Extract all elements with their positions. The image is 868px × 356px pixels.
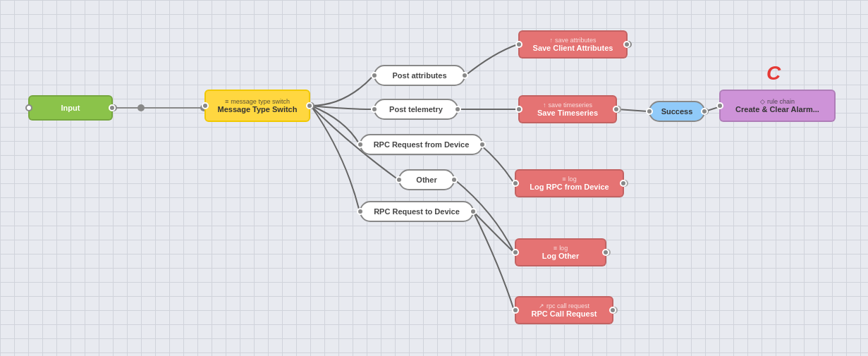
label-c: C: [766, 62, 781, 85]
sca-type: ↑ save attributes: [549, 37, 596, 44]
rpc-request-from-node[interactable]: RPC Request from Device: [360, 134, 483, 155]
mts-port-right: [306, 102, 313, 109]
st-label: Save Timeseries: [537, 109, 598, 117]
message-type-switch-node[interactable]: ≡ message type switch Message Type Switc…: [204, 90, 310, 122]
st-type: ↑ save timeseries: [543, 102, 592, 109]
pt-port-right: [454, 106, 461, 113]
svg-point-1: [137, 104, 145, 111]
lo-type: ≡ log: [554, 245, 568, 252]
rpc-request-to-node[interactable]: RPC Request to Device: [360, 201, 474, 222]
success-port-left: [646, 108, 653, 115]
save-client-attrs-node[interactable]: ↑ save attributes Save Client Attributes: [518, 30, 628, 59]
sca-icon: ↑: [549, 37, 553, 44]
rcr-port-left: [512, 307, 519, 314]
mts-label: Message Type Switch: [218, 105, 298, 113]
st-icon: ↑: [543, 102, 546, 109]
mts-port-left: [202, 102, 209, 109]
st-port-right: [613, 106, 620, 113]
rule-chain-node[interactable]: ◇ rule chain Create & Clear Alarm...: [719, 90, 836, 122]
log-rpc-from-node[interactable]: ≡ log Log RPC from Device: [515, 169, 624, 197]
rpc-from-label: RPC Request from Device: [374, 140, 470, 149]
rpc-to-port-right: [470, 208, 477, 215]
lrf-label: Log RPC from Device: [530, 183, 609, 191]
post-telemetry-label: Post telemetry: [389, 105, 443, 113]
rpc-to-label: RPC Request to Device: [374, 207, 460, 216]
pt-port-left: [371, 106, 378, 113]
lrf-icon: ≡: [562, 176, 566, 183]
canvas: Input ≡ message type switch Message Type…: [0, 0, 868, 356]
sca-port-right: [623, 41, 630, 48]
input-label: Input: [61, 104, 80, 112]
success-node[interactable]: Success: [649, 101, 705, 122]
mts-icon: ≡: [225, 98, 228, 105]
post-telemetry-node[interactable]: Post telemetry: [374, 99, 458, 120]
lo-label: Log Other: [542, 252, 580, 260]
lrf-port-left: [512, 180, 519, 187]
rcr-port-right: [609, 307, 616, 314]
lo-port-left: [512, 249, 519, 256]
input-node[interactable]: Input: [28, 95, 113, 121]
other-node[interactable]: Other: [398, 169, 455, 190]
rc-icon: ◇: [760, 98, 765, 105]
lrf-type: ≡ log: [562, 176, 576, 183]
rcr-label: RPC Call Request: [532, 309, 597, 318]
rc-port-left: [716, 102, 723, 109]
rpc-from-port-right: [479, 141, 486, 148]
rpc-to-port-left: [357, 208, 364, 215]
lrf-port-right: [620, 180, 627, 187]
mts-type: ≡ message type switch: [225, 98, 290, 105]
rc-label: Create & Clear Alarm...: [735, 105, 819, 113]
other-label: Other: [416, 176, 436, 184]
log-other-node[interactable]: ≡ log Log Other: [515, 238, 606, 266]
success-label: Success: [661, 107, 693, 116]
pa-port-left: [371, 72, 378, 79]
other-port-left: [396, 176, 403, 183]
svg-line-4: [618, 109, 648, 111]
sca-label: Save Client Attributes: [533, 44, 613, 52]
rpc-from-port-left: [357, 141, 364, 148]
input-port-right: [109, 104, 116, 111]
rcr-type: ↗ rpc call request: [539, 302, 589, 309]
st-port-left: [515, 106, 522, 113]
post-attributes-node[interactable]: Post attributes: [374, 65, 465, 86]
pa-port-right: [461, 72, 468, 79]
input-port-left: [25, 104, 32, 111]
rc-type: ◇ rule chain: [760, 98, 795, 105]
save-timeseries-node[interactable]: ↑ save timeseries Save Timeseries: [518, 95, 617, 123]
lo-port-right: [602, 249, 609, 256]
post-attributes-label: Post attributes: [392, 71, 446, 80]
rcr-icon: ↗: [539, 302, 544, 309]
rpc-call-request-node[interactable]: ↗ rpc call request RPC Call Request: [515, 296, 613, 324]
success-port-right: [701, 108, 708, 115]
lo-icon: ≡: [554, 245, 557, 252]
sca-port-left: [515, 41, 522, 48]
other-port-right: [451, 176, 458, 183]
